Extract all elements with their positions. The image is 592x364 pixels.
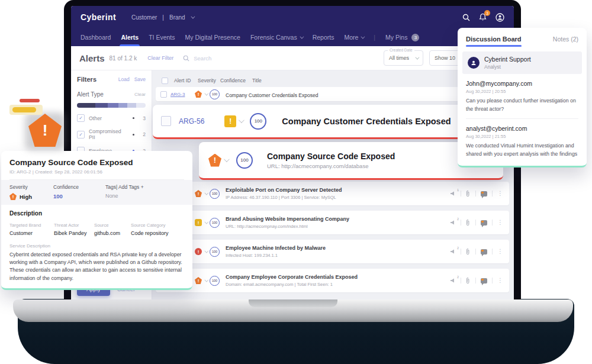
clear-filter-link[interactable]: Clear Filter: [147, 55, 173, 61]
alert-type-clear-link[interactable]: Clear: [134, 92, 146, 97]
nav-my-digital-presence[interactable]: My Digital Presence: [185, 28, 240, 46]
brand-menu[interactable]: Brand: [169, 14, 185, 21]
col-confidence: Confidence: [220, 78, 250, 83]
severity-dot: [133, 134, 134, 136]
nav-reports[interactable]: Reports: [313, 28, 334, 46]
checkbox-checked[interactable]: [77, 131, 85, 138]
customer-menu[interactable]: Customer: [131, 14, 157, 21]
alert-type-label: Alert Type: [77, 91, 104, 98]
description-heading: Description: [9, 210, 184, 217]
table-row[interactable]: ARG-407 ! 100 Company Employee Corporate…: [156, 269, 509, 292]
discussion-message: John@mycompany.com Aug 30,2022 | 20:55 C…: [466, 80, 578, 113]
message-text: We conducted Virtual Humint Investigatio…: [466, 142, 578, 158]
notification-count-badge: 3: [484, 10, 490, 16]
discussion-panel: Discussion Board Notes (2) Cyberint Supp…: [458, 28, 587, 167]
red-bar-decoration: [20, 99, 40, 102]
table-row[interactable]: ! 100 Brand Abusing Website Impersonatin…: [156, 211, 509, 234]
checkbox-checked[interactable]: [77, 114, 85, 122]
chevron-down-icon: [415, 55, 419, 59]
tags-value: None: [105, 193, 144, 199]
confidence-badge: 100: [210, 189, 220, 199]
alert-type-distribution-bar: [77, 103, 146, 108]
related-count-icon[interactable]: 2: [450, 278, 456, 284]
related-count-icon[interactable]: 1: [450, 191, 456, 197]
attachment-icon[interactable]: [466, 219, 471, 226]
severity-high-icon: !: [195, 91, 202, 98]
severity-label: Severity: [9, 184, 53, 190]
created-date-label: Created Date: [388, 48, 414, 52]
tab-discussion-board[interactable]: Discussion Board: [466, 36, 522, 47]
attachment-icon[interactable]: [466, 190, 471, 197]
chevron-down-icon[interactable]: [204, 191, 208, 195]
nav-forensic-canvas[interactable]: Forensic Canvas: [250, 28, 303, 46]
analyst-avatar-icon: [468, 57, 480, 69]
row-checkbox[interactable]: [161, 116, 171, 126]
search-input[interactable]: [192, 54, 260, 62]
filters-load-link[interactable]: Load: [118, 76, 130, 82]
select-all-checkbox[interactable]: [162, 78, 168, 84]
confidence-label: Confidence: [53, 184, 105, 190]
chevron-down-icon[interactable]: [224, 156, 230, 162]
confidence-badge: 100: [210, 247, 220, 257]
nav-ti-events[interactable]: TI Events: [149, 28, 175, 46]
filters-save-link[interactable]: Save: [134, 76, 146, 82]
kebab-menu-icon[interactable]: ⋮: [497, 278, 503, 284]
alert-id-link[interactable]: ARG-3: [170, 92, 185, 97]
nav-more[interactable]: More: [344, 28, 363, 46]
alert-detail-card: Company Source Code Exposed ID: ARG-2 | …: [1, 151, 192, 290]
kebab-menu-icon[interactable]: ⋮: [497, 249, 503, 255]
chevron-down-icon: [191, 14, 195, 18]
alerts-count: 81 of 1.2 k: [110, 55, 137, 62]
divider: [466, 118, 578, 119]
highlighted-alert-row-arg56[interactable]: ARG-56 ! 100 Company Customer Credential…: [153, 105, 503, 139]
severity-high-icon: !: [9, 193, 17, 200]
severity-medium-icon: !: [224, 115, 236, 127]
chevron-down-icon[interactable]: [204, 91, 208, 95]
alert-title: Company Customer Credentials Exposed: [282, 117, 451, 126]
comment-icon[interactable]: [481, 278, 487, 284]
search-icon[interactable]: [462, 14, 470, 21]
filter-option-other[interactable]: Other 3: [77, 114, 146, 122]
field-value: Code repository: [131, 230, 169, 236]
laptop-notch: [249, 299, 337, 307]
col-severity: Severity: [198, 78, 220, 83]
table-row[interactable]: ! 100 Employee Machine Infected by Malwa…: [156, 240, 509, 263]
support-name: Cyberint Support: [484, 56, 531, 63]
tags-label[interactable]: Tags| Add Tags +: [105, 184, 144, 190]
comment-icon[interactable]: [481, 191, 487, 197]
table-row[interactable]: ! 100 Exploitable Port on Company Server…: [156, 182, 509, 205]
severity-dot: [133, 117, 134, 119]
kebab-menu-icon[interactable]: ⋮: [497, 191, 503, 197]
nav-alerts[interactable]: Alerts: [121, 28, 139, 46]
table-row[interactable]: ARG-3 ! 100 Company Customer Credentials…: [156, 87, 509, 101]
created-date-select[interactable]: Created Date All times: [384, 50, 423, 66]
cyberint-logo: Cyberint: [81, 12, 116, 22]
alert-id-link[interactable]: ARG-56: [179, 117, 204, 125]
nav-my-pins[interactable]: My Pins3: [385, 28, 419, 46]
kebab-menu-icon[interactable]: ⋮: [497, 220, 503, 226]
related-count-icon[interactable]: 2: [450, 220, 456, 226]
alert-title: Company Customer Credentials Exposed: [226, 92, 318, 98]
comment-icon[interactable]: [481, 249, 487, 255]
filter-option-compromised-pii[interactable]: Compromised PII 2: [77, 128, 146, 140]
severity-value: High: [20, 194, 32, 200]
nav-dashboard[interactable]: Dashboard: [81, 28, 111, 46]
attachment-icon[interactable]: [466, 248, 471, 255]
top-bar: Cyberint Customer | Brand 3: [71, 6, 514, 28]
comment-icon[interactable]: [481, 220, 487, 226]
row-checkbox[interactable]: [160, 91, 167, 98]
chevron-down-icon[interactable]: [239, 117, 244, 123]
tab-notes[interactable]: Notes (2): [553, 36, 578, 47]
chevron-down-icon[interactable]: [204, 278, 208, 282]
field-label: Source Category: [131, 223, 169, 228]
chevron-down-icon: [300, 34, 304, 38]
warning-decoration: !: [8, 96, 67, 152]
chevron-down-icon[interactable]: [204, 220, 208, 224]
notifications-bell-icon[interactable]: 3: [479, 13, 487, 21]
message-time: Aug 30,2022 | 21:55: [466, 134, 578, 139]
attachment-icon[interactable]: [466, 277, 471, 284]
user-avatar-icon[interactable]: [496, 13, 504, 22]
chevron-down-icon[interactable]: [204, 249, 208, 253]
alert-title: Employee Machine Infected by Malware: [226, 245, 326, 251]
related-count-icon[interactable]: 2: [450, 249, 456, 255]
